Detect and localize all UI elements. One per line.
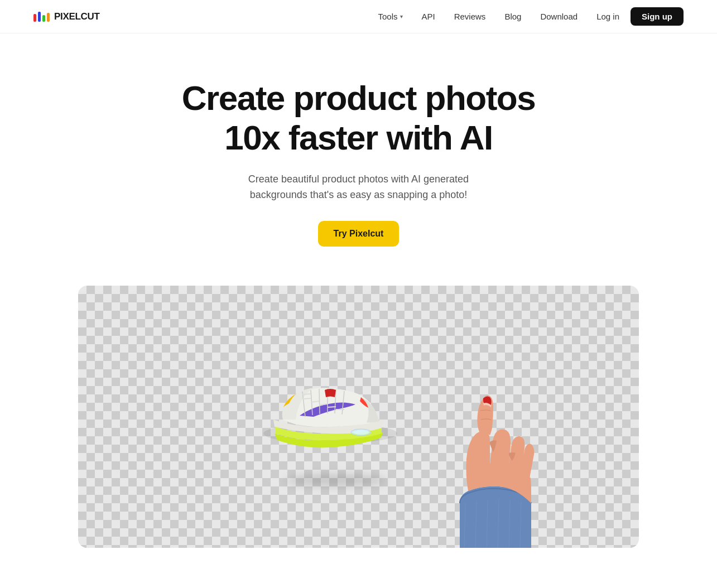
hero-cta-button[interactable]: Try Pixelcut <box>318 221 400 247</box>
product-shoe <box>252 361 408 473</box>
demo-image-wrapper <box>78 286 639 548</box>
svg-point-8 <box>353 430 369 435</box>
logo-text: PIXELCUT <box>54 11 100 22</box>
demo-section <box>0 286 717 548</box>
nav-links: Tools ▾ API Reviews Blog Download <box>370 7 684 26</box>
logo-icon <box>33 12 50 22</box>
nav-item-api[interactable]: API <box>414 7 443 26</box>
chevron-down-icon: ▾ <box>400 13 403 20</box>
svg-line-1 <box>302 394 311 394</box>
demo-canvas <box>78 286 639 548</box>
navigation: PIXELCUT Tools ▾ API Reviews Blog Dow <box>0 0 717 33</box>
nav-item-download[interactable]: Download <box>532 7 585 26</box>
nav-item-login[interactable]: Log in <box>589 7 627 26</box>
svg-line-2 <box>302 398 311 399</box>
signup-button[interactable]: Sign up <box>631 7 684 26</box>
logo-link[interactable]: PIXELCUT <box>33 11 100 22</box>
hero-title: Create product photos 10x faster with AI <box>163 78 554 158</box>
hero-subtitle: Create beautiful product photos with AI … <box>236 171 482 204</box>
nav-item-blog[interactable]: Blog <box>497 7 529 26</box>
shoe-shadow <box>286 475 386 486</box>
nav-item-reviews[interactable]: Reviews <box>446 7 494 26</box>
svg-line-5 <box>328 407 336 407</box>
product-hand <box>449 392 538 548</box>
hero-section: Create product photos 10x faster with AI… <box>0 33 717 274</box>
nav-item-tools[interactable]: Tools ▾ <box>370 7 410 26</box>
